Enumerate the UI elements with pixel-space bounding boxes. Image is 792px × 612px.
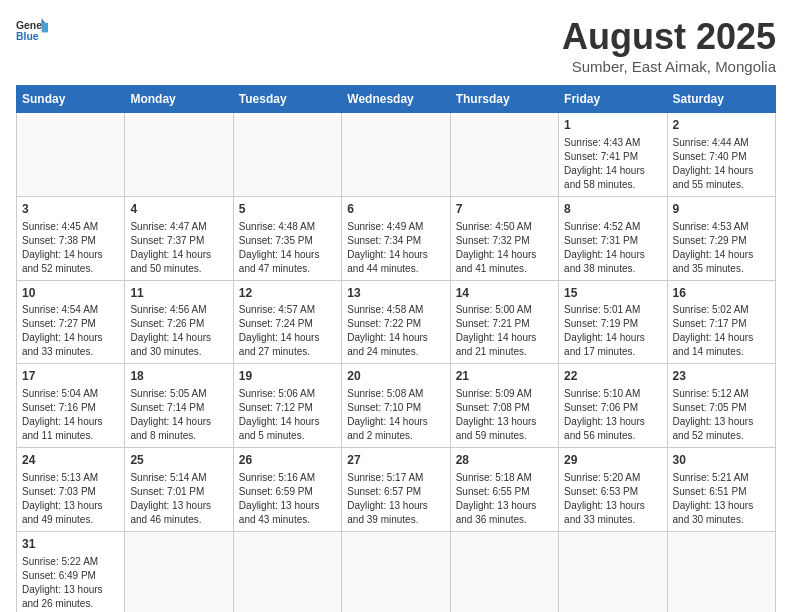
calendar-cell: 16Sunrise: 5:02 AM Sunset: 7:17 PM Dayli… xyxy=(667,280,775,364)
calendar-cell xyxy=(233,531,341,612)
calendar-cell: 9Sunrise: 4:53 AM Sunset: 7:29 PM Daylig… xyxy=(667,196,775,280)
day-info: Sunrise: 4:56 AM Sunset: 7:26 PM Dayligh… xyxy=(130,303,227,359)
calendar-cell: 2Sunrise: 4:44 AM Sunset: 7:40 PM Daylig… xyxy=(667,113,775,197)
calendar-week-row: 31Sunrise: 5:22 AM Sunset: 6:49 PM Dayli… xyxy=(17,531,776,612)
day-info: Sunrise: 5:00 AM Sunset: 7:21 PM Dayligh… xyxy=(456,303,553,359)
calendar-cell: 8Sunrise: 4:52 AM Sunset: 7:31 PM Daylig… xyxy=(559,196,667,280)
day-info: Sunrise: 5:21 AM Sunset: 6:51 PM Dayligh… xyxy=(673,471,770,527)
day-number: 19 xyxy=(239,368,336,385)
day-number: 7 xyxy=(456,201,553,218)
weekday-header-row: SundayMondayTuesdayWednesdayThursdayFrid… xyxy=(17,86,776,113)
calendar-cell: 13Sunrise: 4:58 AM Sunset: 7:22 PM Dayli… xyxy=(342,280,450,364)
calendar-cell: 7Sunrise: 4:50 AM Sunset: 7:32 PM Daylig… xyxy=(450,196,558,280)
weekday-header-wednesday: Wednesday xyxy=(342,86,450,113)
day-number: 20 xyxy=(347,368,444,385)
calendar-cell: 21Sunrise: 5:09 AM Sunset: 7:08 PM Dayli… xyxy=(450,364,558,448)
calendar-cell: 29Sunrise: 5:20 AM Sunset: 6:53 PM Dayli… xyxy=(559,448,667,532)
weekday-header-monday: Monday xyxy=(125,86,233,113)
calendar-table: SundayMondayTuesdayWednesdayThursdayFrid… xyxy=(16,85,776,612)
calendar-cell: 18Sunrise: 5:05 AM Sunset: 7:14 PM Dayli… xyxy=(125,364,233,448)
calendar-week-row: 3Sunrise: 4:45 AM Sunset: 7:38 PM Daylig… xyxy=(17,196,776,280)
calendar-cell: 30Sunrise: 5:21 AM Sunset: 6:51 PM Dayli… xyxy=(667,448,775,532)
day-number: 25 xyxy=(130,452,227,469)
calendar-cell xyxy=(450,531,558,612)
day-number: 18 xyxy=(130,368,227,385)
calendar-cell: 25Sunrise: 5:14 AM Sunset: 7:01 PM Dayli… xyxy=(125,448,233,532)
day-info: Sunrise: 5:13 AM Sunset: 7:03 PM Dayligh… xyxy=(22,471,119,527)
day-number: 28 xyxy=(456,452,553,469)
day-number: 9 xyxy=(673,201,770,218)
day-number: 22 xyxy=(564,368,661,385)
day-info: Sunrise: 4:53 AM Sunset: 7:29 PM Dayligh… xyxy=(673,220,770,276)
calendar-subtitle: Sumber, East Aimak, Mongolia xyxy=(562,58,776,75)
day-number: 26 xyxy=(239,452,336,469)
day-number: 8 xyxy=(564,201,661,218)
day-info: Sunrise: 4:54 AM Sunset: 7:27 PM Dayligh… xyxy=(22,303,119,359)
day-number: 2 xyxy=(673,117,770,134)
calendar-cell: 28Sunrise: 5:18 AM Sunset: 6:55 PM Dayli… xyxy=(450,448,558,532)
svg-text:Blue: Blue xyxy=(16,31,39,42)
weekday-header-friday: Friday xyxy=(559,86,667,113)
calendar-cell: 4Sunrise: 4:47 AM Sunset: 7:37 PM Daylig… xyxy=(125,196,233,280)
day-number: 5 xyxy=(239,201,336,218)
day-number: 27 xyxy=(347,452,444,469)
calendar-week-row: 24Sunrise: 5:13 AM Sunset: 7:03 PM Dayli… xyxy=(17,448,776,532)
day-info: Sunrise: 5:06 AM Sunset: 7:12 PM Dayligh… xyxy=(239,387,336,443)
weekday-header-thursday: Thursday xyxy=(450,86,558,113)
weekday-header-saturday: Saturday xyxy=(667,86,775,113)
day-info: Sunrise: 4:52 AM Sunset: 7:31 PM Dayligh… xyxy=(564,220,661,276)
day-info: Sunrise: 4:45 AM Sunset: 7:38 PM Dayligh… xyxy=(22,220,119,276)
calendar-cell xyxy=(17,113,125,197)
day-number: 6 xyxy=(347,201,444,218)
day-info: Sunrise: 5:16 AM Sunset: 6:59 PM Dayligh… xyxy=(239,471,336,527)
day-info: Sunrise: 4:47 AM Sunset: 7:37 PM Dayligh… xyxy=(130,220,227,276)
calendar-cell xyxy=(233,113,341,197)
weekday-header-tuesday: Tuesday xyxy=(233,86,341,113)
day-info: Sunrise: 4:58 AM Sunset: 7:22 PM Dayligh… xyxy=(347,303,444,359)
day-info: Sunrise: 5:18 AM Sunset: 6:55 PM Dayligh… xyxy=(456,471,553,527)
calendar-cell: 24Sunrise: 5:13 AM Sunset: 7:03 PM Dayli… xyxy=(17,448,125,532)
weekday-header-sunday: Sunday xyxy=(17,86,125,113)
day-info: Sunrise: 5:17 AM Sunset: 6:57 PM Dayligh… xyxy=(347,471,444,527)
day-info: Sunrise: 5:05 AM Sunset: 7:14 PM Dayligh… xyxy=(130,387,227,443)
calendar-cell xyxy=(450,113,558,197)
day-info: Sunrise: 5:12 AM Sunset: 7:05 PM Dayligh… xyxy=(673,387,770,443)
day-number: 12 xyxy=(239,285,336,302)
logo: General Blue xyxy=(16,16,48,44)
calendar-cell: 6Sunrise: 4:49 AM Sunset: 7:34 PM Daylig… xyxy=(342,196,450,280)
day-info: Sunrise: 5:20 AM Sunset: 6:53 PM Dayligh… xyxy=(564,471,661,527)
day-number: 23 xyxy=(673,368,770,385)
calendar-cell: 12Sunrise: 4:57 AM Sunset: 7:24 PM Dayli… xyxy=(233,280,341,364)
day-number: 1 xyxy=(564,117,661,134)
calendar-cell xyxy=(125,113,233,197)
calendar-cell xyxy=(559,531,667,612)
calendar-cell: 5Sunrise: 4:48 AM Sunset: 7:35 PM Daylig… xyxy=(233,196,341,280)
svg-marker-3 xyxy=(42,23,48,33)
calendar-cell: 31Sunrise: 5:22 AM Sunset: 6:49 PM Dayli… xyxy=(17,531,125,612)
logo-icon: General Blue xyxy=(16,16,48,44)
calendar-cell xyxy=(667,531,775,612)
calendar-cell: 26Sunrise: 5:16 AM Sunset: 6:59 PM Dayli… xyxy=(233,448,341,532)
calendar-week-row: 10Sunrise: 4:54 AM Sunset: 7:27 PM Dayli… xyxy=(17,280,776,364)
day-number: 21 xyxy=(456,368,553,385)
day-info: Sunrise: 5:22 AM Sunset: 6:49 PM Dayligh… xyxy=(22,555,119,611)
calendar-cell: 3Sunrise: 4:45 AM Sunset: 7:38 PM Daylig… xyxy=(17,196,125,280)
calendar-cell: 20Sunrise: 5:08 AM Sunset: 7:10 PM Dayli… xyxy=(342,364,450,448)
calendar-cell: 11Sunrise: 4:56 AM Sunset: 7:26 PM Dayli… xyxy=(125,280,233,364)
day-number: 14 xyxy=(456,285,553,302)
day-number: 13 xyxy=(347,285,444,302)
day-info: Sunrise: 4:50 AM Sunset: 7:32 PM Dayligh… xyxy=(456,220,553,276)
day-number: 4 xyxy=(130,201,227,218)
calendar-cell: 10Sunrise: 4:54 AM Sunset: 7:27 PM Dayli… xyxy=(17,280,125,364)
calendar-cell: 22Sunrise: 5:10 AM Sunset: 7:06 PM Dayli… xyxy=(559,364,667,448)
day-number: 29 xyxy=(564,452,661,469)
title-block: August 2025 Sumber, East Aimak, Mongolia xyxy=(562,16,776,75)
calendar-title: August 2025 xyxy=(562,16,776,58)
calendar-week-row: 1Sunrise: 4:43 AM Sunset: 7:41 PM Daylig… xyxy=(17,113,776,197)
day-number: 3 xyxy=(22,201,119,218)
calendar-week-row: 17Sunrise: 5:04 AM Sunset: 7:16 PM Dayli… xyxy=(17,364,776,448)
day-number: 31 xyxy=(22,536,119,553)
day-info: Sunrise: 5:14 AM Sunset: 7:01 PM Dayligh… xyxy=(130,471,227,527)
day-info: Sunrise: 4:44 AM Sunset: 7:40 PM Dayligh… xyxy=(673,136,770,192)
calendar-cell: 19Sunrise: 5:06 AM Sunset: 7:12 PM Dayli… xyxy=(233,364,341,448)
